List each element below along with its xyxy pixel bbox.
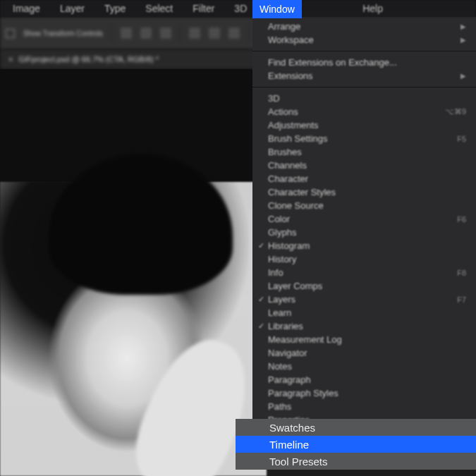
menu-item-info[interactable]: InfoF8 — [252, 266, 476, 279]
menu-item-layer-comps[interactable]: Layer Comps — [252, 279, 476, 293]
menu-help[interactable]: Help — [353, 0, 393, 17]
menu-item-paragraph[interactable]: Paragraph — [252, 373, 476, 386]
menu-item-libraries[interactable]: ✓Libraries — [252, 319, 476, 333]
separator — [180, 23, 181, 43]
separator — [111, 23, 112, 43]
window-menu-dropdown: Arrange▶ Workspace▶ Find Extensions on E… — [252, 17, 476, 429]
menu-item-workspace[interactable]: Workspace▶ — [252, 33, 476, 47]
menu-item-history[interactable]: History — [252, 252, 476, 266]
menu-filter[interactable]: Filter — [183, 0, 224, 17]
menu-item-clone-source[interactable]: Clone Source — [252, 199, 476, 212]
menu-image[interactable]: Image — [3, 0, 50, 17]
menu-separator — [252, 87, 476, 87]
menu-item-character[interactable]: Character — [252, 172, 476, 185]
menu-type[interactable]: Type — [94, 0, 135, 17]
align-icon[interactable] — [140, 28, 152, 39]
show-transform-checkbox[interactable] — [6, 29, 15, 38]
distribute-icon[interactable] — [228, 28, 240, 39]
menu-select[interactable]: Select — [135, 0, 183, 17]
separator — [248, 23, 249, 43]
menu-item-measurement-log[interactable]: Measurement Log — [252, 333, 476, 346]
menu-item-glyphs[interactable]: Glyphs — [252, 226, 476, 239]
menu-item-channels[interactable]: Channels — [252, 159, 476, 172]
align-icon[interactable] — [121, 28, 132, 39]
menu-item-notes[interactable]: Notes — [252, 360, 476, 373]
menu-item-tool-presets[interactable]: Tool Presets — [236, 453, 476, 470]
menu-item-extensions[interactable]: Extensions▶ — [252, 69, 476, 83]
menu-item-character-styles[interactable]: Character Styles — [252, 185, 476, 199]
chevron-right-icon: ▶ — [460, 36, 466, 44]
show-transform-label: Show Transform Controls — [23, 30, 103, 37]
document-tab[interactable]: × GIFproject.psd @ 66.7% (CTA, RGB/8) * — [0, 55, 167, 63]
document-image[interactable] — [0, 182, 267, 476]
chevron-right-icon: ▶ — [460, 72, 466, 80]
menu-item-adjustments[interactable]: Adjustments — [252, 118, 476, 132]
distribute-icon[interactable] — [189, 28, 200, 39]
close-icon[interactable]: × — [8, 55, 13, 63]
menu-item-swatches[interactable]: Swatches — [236, 419, 476, 436]
menu-item-learn[interactable]: Learn — [252, 306, 476, 319]
menu-item-find-extensions[interactable]: Find Extensions on Exchange... — [252, 56, 476, 69]
menu-item-paths[interactable]: Paths — [252, 400, 476, 413]
checkmark-icon: ✓ — [258, 322, 264, 331]
menu-layer[interactable]: Layer — [50, 0, 94, 17]
menu-separator — [252, 51, 476, 51]
checkmark-icon: ✓ — [258, 241, 264, 250]
distribute-icon[interactable] — [209, 28, 220, 39]
align-icon[interactable] — [160, 28, 171, 39]
document-tab-title: GIFproject.psd @ 66.7% (CTA, RGB/8) * — [18, 55, 159, 63]
app-menubar: Image Layer Type Select Filter 3D View W… — [0, 0, 476, 17]
menu-window[interactable]: Window — [252, 0, 302, 18]
chevron-right-icon: ▶ — [460, 23, 466, 30]
menu-item-color[interactable]: ColorF6 — [252, 212, 476, 226]
menu-item-navigator[interactable]: Navigator — [252, 346, 476, 360]
menu-item-histogram[interactable]: ✓Histogram — [252, 239, 476, 252]
menu-item-brushes[interactable]: Brushes — [252, 145, 476, 159]
menu-item-paragraph-styles[interactable]: Paragraph Styles — [252, 386, 476, 400]
menu-item-3d[interactable]: 3D — [252, 92, 476, 105]
menu-item-brush-settings[interactable]: Brush SettingsF5 — [252, 132, 476, 145]
menu-item-timeline[interactable]: Timeline — [236, 436, 476, 453]
menu-item-actions[interactable]: Actions⌥⌘9 — [252, 105, 476, 118]
checkmark-icon: ✓ — [258, 295, 264, 304]
menu-item-layers[interactable]: ✓LayersF7 — [252, 293, 476, 306]
window-menu-focus-strip: Swatches Timeline Tool Presets — [236, 419, 476, 470]
menu-item-arrange[interactable]: Arrange▶ — [252, 20, 476, 33]
